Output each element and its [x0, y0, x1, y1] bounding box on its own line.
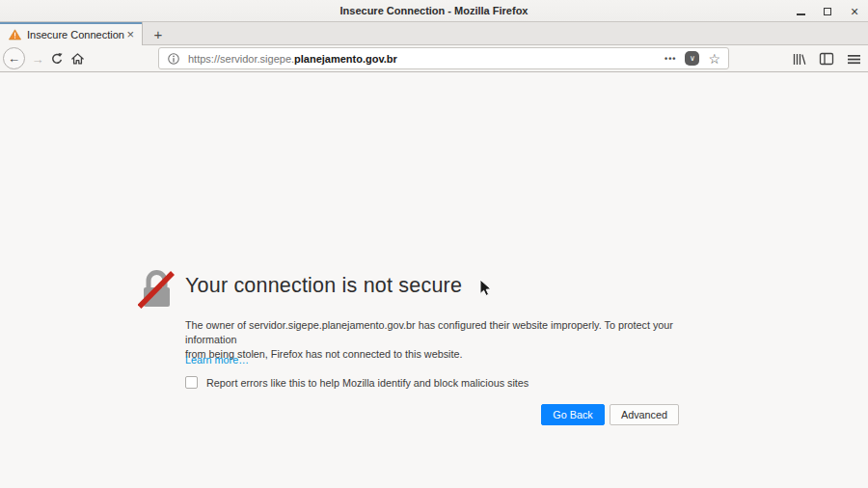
warning-triangle-icon [9, 29, 21, 41]
tab-bar: Insecure Connection × + [0, 22, 868, 45]
minimize-icon [797, 14, 805, 15]
toolbar-right [791, 45, 862, 72]
back-button[interactable]: ← [3, 47, 25, 69]
reload-icon [50, 52, 64, 66]
window-controls: × [793, 0, 862, 22]
learn-more-link[interactable]: Learn more… [185, 354, 249, 366]
url-bar[interactable]: https://servidor.sigepe.planejamento.gov… [158, 47, 729, 69]
url-prefix: https://servidor.sigepe. [188, 53, 294, 65]
url-text: https://servidor.sigepe.planejamento.gov… [188, 53, 665, 65]
advanced-button[interactable]: Advanced [610, 404, 679, 425]
close-icon: × [851, 5, 858, 18]
menu-button[interactable] [845, 50, 862, 68]
url-domain: planejamento.gov.br [294, 53, 397, 65]
report-errors-checkbox[interactable] [185, 376, 198, 389]
library-button[interactable] [791, 50, 808, 68]
error-buttons: Go Back Advanced [541, 404, 679, 425]
home-button[interactable] [68, 45, 86, 72]
forward-button[interactable]: → [30, 45, 45, 72]
tab-insecure-connection[interactable]: Insecure Connection × [0, 22, 143, 46]
home-icon [70, 52, 85, 66]
title-bar: Insecure Connection - Mozilla Firefox × [0, 0, 868, 22]
maximize-icon [824, 8, 831, 15]
mouse-cursor [479, 279, 493, 297]
insecure-lock-icon [138, 268, 176, 309]
page-title: Your connection is not secure [185, 274, 462, 298]
error-description-line-2: from being stolen, Firefox has not conne… [185, 347, 687, 362]
tab-close-button[interactable]: × [124, 27, 136, 41]
pocket-icon[interactable]: ∨ [685, 51, 699, 66]
library-icon [792, 52, 807, 67]
maximize-button[interactable] [820, 4, 835, 19]
sidebar-button[interactable] [818, 50, 835, 68]
window-title: Insecure Connection - Mozilla Firefox [340, 5, 529, 16]
error-page: Your connection is not secure The owner … [0, 72, 868, 488]
close-button[interactable]: × [847, 4, 862, 19]
report-errors-label: Report errors like this to help Mozilla … [206, 377, 529, 389]
info-icon[interactable] [167, 52, 180, 66]
page-actions-icon[interactable]: ••• [665, 54, 676, 64]
menu-icon [847, 53, 861, 66]
go-back-button[interactable]: Go Back [541, 404, 605, 425]
navigation-toolbar: ← → https://servidor.sigepe.planejamento… [0, 45, 868, 72]
reload-button[interactable] [49, 45, 65, 72]
new-tab-button[interactable]: + [147, 23, 170, 45]
error-description-line-1: The owner of servidor.sigepe.planejament… [185, 318, 687, 347]
sidebar-icon [819, 52, 834, 66]
firefox-window: Insecure Connection - Mozilla Firefox × … [0, 0, 868, 488]
tab-title: Insecure Connection [27, 29, 124, 41]
bookmark-star-icon[interactable]: ☆ [708, 52, 720, 66]
error-description: The owner of servidor.sigepe.planejament… [185, 318, 687, 362]
report-errors-row: Report errors like this to help Mozilla … [185, 376, 529, 389]
url-bar-actions: ••• ∨ ☆ [665, 51, 720, 66]
minimize-button[interactable] [793, 4, 808, 19]
